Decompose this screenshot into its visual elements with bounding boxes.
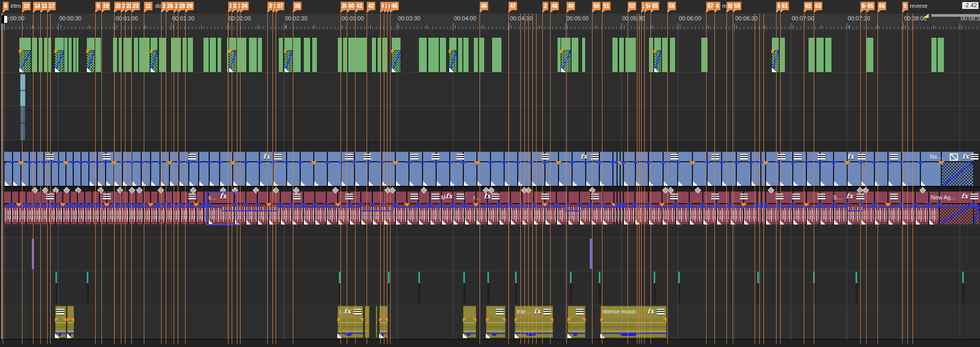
green-clip[interactable] — [19, 37, 31, 73]
blue-audio-clip[interactable] — [59, 162, 65, 186]
fade-corner-icon[interactable] — [392, 68, 396, 72]
teal-hit-clip[interactable] — [757, 272, 759, 283]
green-clip[interactable] — [303, 37, 311, 73]
green-clip[interactable] — [463, 37, 469, 73]
blue-audio-clip[interactable] — [450, 162, 463, 186]
marker-flag[interactable]: 62 — [804, 2, 813, 10]
green-clip[interactable] — [133, 37, 139, 73]
clip-menu-icon[interactable] — [492, 194, 499, 200]
marker-flag[interactable]: 56 — [667, 2, 676, 10]
marker-flag[interactable]: 40 — [347, 2, 356, 10]
fade-corner-icon[interactable] — [179, 181, 184, 186]
green-clip[interactable] — [68, 37, 72, 73]
loop-start-marker[interactable] — [924, 14, 929, 18]
clip-menu-icon[interactable] — [858, 154, 865, 160]
fade-corner-icon[interactable] — [407, 220, 412, 225]
green-clip[interactable] — [816, 37, 824, 73]
playhead-line[interactable] — [2, 14, 2, 339]
fade-corner-icon[interactable] — [488, 220, 493, 225]
blue-audio-clip[interactable] — [199, 162, 209, 186]
blue-audio-clip[interactable] — [66, 162, 73, 186]
fade-corner-icon[interactable] — [678, 181, 683, 186]
blue-audio-clip[interactable] — [573, 162, 585, 186]
fade-corner-icon[interactable] — [545, 181, 550, 186]
fade-corner-icon[interactable] — [861, 181, 866, 186]
fade-corner-icon[interactable] — [476, 220, 481, 225]
marker-flag[interactable]: 2 — [542, 2, 549, 10]
fade-corner-icon[interactable] — [210, 181, 214, 186]
cyan-clip[interactable] — [20, 74, 26, 107]
fade-corner-icon[interactable] — [199, 181, 204, 186]
green-clip[interactable] — [31, 37, 38, 73]
blue-audio-clip[interactable] — [328, 162, 340, 186]
fade-corner-icon[interactable] — [151, 68, 155, 72]
fade-corner-icon[interactable] — [5, 181, 9, 186]
green-clip[interactable] — [865, 37, 874, 73]
clip-menu-icon[interactable] — [740, 194, 748, 200]
fade-corner-icon[interactable] — [600, 333, 605, 338]
fx-icon[interactable]: fx — [846, 192, 853, 200]
green-clip[interactable] — [825, 37, 832, 73]
clip-menu-icon[interactable] — [293, 194, 301, 200]
green-clip[interactable] — [150, 37, 158, 73]
fade-handle-icon[interactable] — [486, 318, 490, 322]
volume-envelope[interactable] — [392, 207, 565, 208]
green-clip[interactable] — [458, 37, 463, 73]
fade-corner-icon[interactable] — [430, 220, 435, 225]
pan-crop-icon[interactable] — [950, 153, 958, 161]
blue-audio-clip[interactable] — [464, 162, 476, 186]
fade-handle-icon[interactable] — [771, 50, 776, 53]
clip-menu-icon[interactable] — [971, 154, 978, 160]
blue-audio-clip[interactable] — [246, 162, 259, 186]
olive-clip[interactable] — [364, 306, 370, 338]
volume-envelope-dip[interactable] — [526, 333, 536, 336]
fade-corner-icon[interactable] — [821, 220, 825, 225]
fade-corner-icon[interactable] — [834, 181, 839, 186]
fade-corner-icon[interactable] — [369, 181, 373, 186]
blue-audio-clip[interactable] — [142, 162, 150, 186]
olive-clip[interactable] — [55, 306, 66, 338]
teal-hit-clip[interactable] — [388, 272, 390, 283]
green-clip[interactable] — [278, 37, 283, 73]
fade-corner-icon[interactable] — [916, 220, 920, 225]
fade-corner-icon[interactable] — [260, 181, 265, 186]
fade-handle-icon[interactable] — [70, 318, 74, 322]
green-clip[interactable] — [64, 37, 68, 73]
green-clip[interactable] — [654, 37, 662, 73]
fade-handle-icon[interactable] — [62, 318, 66, 322]
clip-menu-icon[interactable] — [740, 154, 748, 160]
marker-flag[interactable]: 42 — [367, 2, 375, 10]
green-clip[interactable] — [203, 37, 209, 73]
marker-flag[interactable]: 63 — [814, 2, 823, 10]
marker-flag[interactable]: 55 — [651, 2, 659, 10]
blue-audio-clip[interactable] — [678, 162, 692, 186]
blue-audio-clip[interactable] — [106, 162, 113, 186]
green-clip[interactable] — [931, 37, 937, 73]
fade-corner-icon[interactable] — [89, 181, 94, 186]
fx-icon[interactable]: fx — [580, 152, 587, 160]
blue-audio-clip[interactable] — [369, 162, 381, 186]
blue-audio-clip[interactable] — [505, 162, 517, 186]
blue-audio-clip[interactable] — [437, 162, 449, 186]
fade-corner-icon[interactable] — [586, 181, 591, 186]
volume-envelope[interactable] — [580, 207, 847, 208]
blue-audio-clip[interactable] — [82, 162, 88, 186]
loop-region-bar[interactable] — [931, 14, 980, 17]
fade-handle-icon[interactable] — [359, 318, 363, 322]
blue-audio-clip[interactable] — [301, 162, 313, 186]
blue-audio-clip[interactable] — [233, 162, 245, 186]
green-clip[interactable] — [771, 37, 779, 73]
blue-audio-clip[interactable] — [210, 162, 219, 186]
blue-audio-clip[interactable] — [179, 162, 188, 186]
fade-corner-icon[interactable] — [793, 181, 798, 186]
volume-envelope[interactable] — [4, 207, 222, 208]
clip-menu-icon[interactable] — [496, 309, 504, 315]
fade-corner-icon[interactable] — [373, 220, 378, 225]
clip-menu-icon[interactable] — [576, 309, 584, 315]
clip-menu-icon[interactable] — [817, 194, 825, 200]
green-clip[interactable] — [209, 37, 216, 73]
fade-corner-icon[interactable] — [717, 220, 722, 225]
fade-corner-icon[interactable] — [453, 220, 458, 225]
clip-menu-icon[interactable] — [657, 309, 665, 315]
olive-clip[interactable] — [463, 306, 476, 338]
